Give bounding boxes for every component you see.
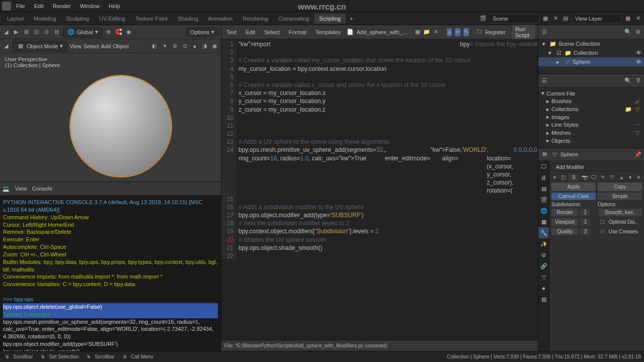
outliner-filter-icon[interactable]: ⚙ — [634, 28, 642, 36]
tab-shading[interactable]: Shading — [173, 14, 203, 24]
tab-uvediting[interactable]: UV Editing — [94, 14, 130, 24]
viewlayer-close-icon[interactable]: ✕ — [634, 15, 642, 23]
prop-editor-icon[interactable]: 🛠 — [540, 150, 548, 158]
options-dropdown[interactable]: Options ▾ — [186, 27, 219, 37]
optimal-checkbox[interactable]: ☐ — [599, 218, 607, 226]
prop-tab-constraint[interactable]: 🔗 — [538, 260, 549, 272]
mod-movedown-icon[interactable]: ▾ — [627, 173, 633, 181]
menu-edit[interactable]: Edit — [30, 2, 48, 11]
mod-render-icon[interactable]: 📷 — [581, 173, 589, 181]
quality-value[interactable]: 3 — [580, 228, 590, 235]
mod-moveup-icon[interactable]: ▴ — [618, 173, 624, 181]
syntax-toggle-icon[interactable]: ✎ — [463, 28, 469, 36]
viewlayer-field[interactable]: View Layer — [572, 14, 622, 23]
console-console-menu[interactable]: Console — [32, 186, 52, 192]
scene-browse-icon[interactable]: ▦ — [541, 15, 549, 23]
prop-tab-physics[interactable]: ⊘ — [538, 249, 549, 260]
viewlayer-icon[interactable]: ▤ — [561, 15, 570, 23]
new-text-icon[interactable]: ▦ — [415, 28, 421, 36]
console-prompt[interactable]: >>> bpy.ops — [3, 296, 218, 303]
images-row[interactable]: ▸ Images — [540, 113, 642, 121]
current-file-row[interactable]: ▾ Current File — [540, 89, 642, 97]
prop-tab-particles[interactable]: ✨ — [538, 238, 549, 249]
tab-sculpting[interactable]: Sculpting — [61, 14, 94, 24]
scene-field[interactable]: Scene — [489, 14, 539, 23]
txt-text-menu[interactable]: Text — [223, 28, 239, 37]
run-script-button[interactable]: Run Script — [512, 25, 536, 40]
snap-vert-icon[interactable]: ⊙ — [42, 28, 50, 36]
scene-close-icon[interactable]: ✕ — [551, 15, 559, 23]
mod-realtime-icon[interactable]: 🖵 — [590, 173, 598, 181]
viewlayer-browse-icon[interactable]: ▦ — [624, 15, 632, 23]
linestyles-row[interactable]: ▸ Line Styles〰 — [540, 121, 642, 129]
console-output[interactable]: PYTHON INTERACTIVE CONSOLE 3.7.4 (defaul… — [0, 196, 221, 351]
prop-tab-output[interactable]: 🖨 — [538, 172, 549, 183]
simple-button[interactable]: Simple — [598, 193, 642, 200]
prop-tab-object[interactable]: ▦ — [538, 216, 549, 227]
viewport-3d[interactable]: User Perspective (1) Collection | Sphere… — [0, 53, 221, 182]
sphere-outliner-row[interactable]: ▸▽Sphere👁 — [538, 57, 644, 66]
outliner-tree[interactable]: ▾📁Scene Collection ▾☑📁Collection👁 ▸▽Sphe… — [538, 39, 644, 73]
gizmo-icon[interactable]: ✦ — [160, 42, 169, 50]
shading-wire-icon[interactable]: ⊙ — [181, 42, 189, 50]
tab-animation[interactable]: Animation — [203, 14, 238, 24]
blender-logo-icon[interactable] — [2, 2, 11, 11]
txt-select-menu[interactable]: Select — [261, 28, 283, 37]
copy-button[interactable]: Copy — [598, 183, 642, 191]
file-icon[interactable]: 📄 — [347, 28, 354, 36]
text-filename-field[interactable]: Add_sphere_with_... — [357, 29, 412, 35]
render-value[interactable]: 2 — [580, 209, 590, 216]
vp-view-menu[interactable]: View — [69, 43, 82, 49]
prop-tab-modifiers[interactable]: 🔧 — [538, 227, 549, 238]
mod-edit-icon[interactable]: ✎ — [599, 173, 607, 181]
outliner2-search-icon[interactable]: 🔍 — [624, 76, 632, 84]
editor-corner-icon[interactable]: ◢ — [2, 42, 10, 50]
eye-icon[interactable]: 👁 — [635, 58, 642, 65]
prop-tab-texture[interactable]: ▨ — [538, 294, 549, 305]
prop-tab-mesh[interactable]: ▽ — [538, 272, 549, 283]
viewport-value[interactable]: 2 — [580, 218, 590, 226]
menu-help[interactable]: Help — [105, 2, 124, 11]
tab-rendering[interactable]: Rendering — [237, 14, 273, 24]
menu-window[interactable]: Window — [76, 2, 104, 11]
scene-collection-row[interactable]: ▾📁Scene Collection — [538, 39, 644, 48]
register-checkbox[interactable]: ☐ — [477, 28, 482, 36]
meshes-row[interactable]: ▸ Meshes▽ — [540, 129, 642, 137]
console-view-menu[interactable]: View — [15, 186, 27, 192]
editor-type-icon[interactable]: ◢ — [2, 28, 10, 36]
pivot-icon[interactable]: ⊕ — [105, 28, 113, 36]
menu-file[interactable]: File — [12, 2, 29, 11]
outliner-search-icon[interactable]: 🔍 — [624, 28, 632, 36]
prop-tab-render[interactable]: 🖵 — [538, 161, 549, 172]
xray-icon[interactable]: ⊘ — [171, 42, 179, 50]
modifier-collapse-icon[interactable]: ▾ — [551, 173, 558, 181]
outliner2-editor-icon[interactable]: ☰ — [540, 76, 548, 84]
tab-compositing[interactable]: Compositing — [273, 14, 314, 24]
apply-button[interactable]: Apply — [551, 183, 596, 191]
txt-format-menu[interactable]: Format — [286, 28, 309, 37]
prop-tab-scene[interactable]: 🎬 — [538, 194, 549, 205]
prop-tab-world[interactable]: 🌐 — [538, 205, 549, 216]
menu-render[interactable]: Render — [49, 2, 75, 11]
eye-icon[interactable]: 👁 — [635, 49, 642, 56]
tab-texturepaint[interactable]: Texture Paint — [130, 14, 173, 24]
shading-matpv-icon[interactable]: ◑ — [201, 42, 209, 50]
snap-face-icon[interactable]: ⊟ — [52, 28, 60, 36]
prop-edit-icon[interactable]: ◉ — [125, 28, 133, 36]
snap-toggle-icon[interactable]: 🧲 — [115, 28, 123, 36]
open-text-icon[interactable]: 📁 — [423, 28, 430, 36]
shading-solid-icon[interactable]: ● — [191, 42, 199, 50]
outliner2-filter-icon[interactable]: ∇ — [634, 76, 642, 84]
shading-rendered-icon[interactable]: ◉ — [211, 42, 219, 50]
console-editor-icon[interactable]: 💻 — [2, 185, 10, 193]
collection-row[interactable]: ▾☑📁Collection👁 — [538, 48, 644, 57]
unlink-text-icon[interactable]: ✕ — [433, 28, 439, 36]
add-modifier-dropdown[interactable]: Add Modifier — [551, 163, 642, 171]
collections-row[interactable]: ▸ Collections📁▽ — [540, 105, 642, 113]
prop-tab-viewlayer[interactable]: ▤ — [538, 183, 549, 194]
txt-templates-menu[interactable]: Templates — [312, 28, 344, 37]
vp-add-menu[interactable]: Add — [101, 43, 111, 49]
linenum-toggle-icon[interactable]: ≡ — [447, 28, 452, 36]
tab-modeling[interactable]: Modeling — [29, 14, 61, 24]
outliner-editor-icon[interactable]: ☰ — [540, 28, 548, 36]
